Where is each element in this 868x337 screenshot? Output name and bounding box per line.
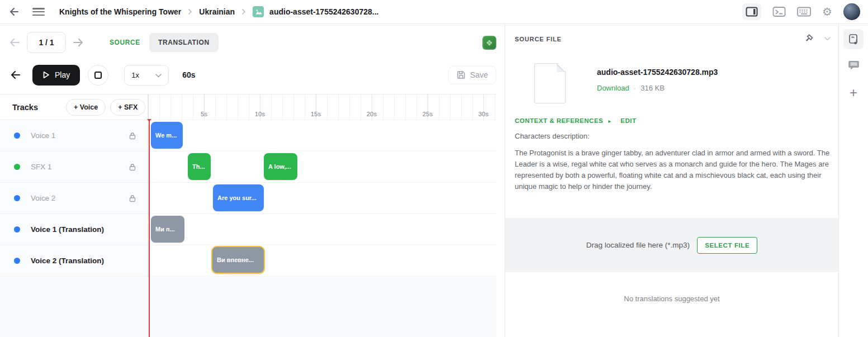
timeline: Tracks + Voice + SFX Voice 1 SFX 1 [0,94,496,337]
back-arrow-icon[interactable] [8,6,19,17]
separator-dot: · [634,84,636,92]
audio-clip[interactable]: A low,... [264,153,297,180]
chevron-right-icon [187,8,193,15]
audio-file-tab-icon[interactable] [843,29,864,49]
tab-source[interactable]: SOURCE [104,34,146,51]
editor-toolbar: 1 / 1 SOURCE TRANSLATION [0,29,496,56]
audio-editor-panel: 1 / 1 SOURCE TRANSLATION Play 1x [0,24,505,337]
top-bar: Knights of the Whispering Tower Ukrainia… [0,0,868,24]
download-link[interactable]: Download [597,84,629,92]
keyboard-icon[interactable] [797,7,811,17]
duration-label: 60s [182,70,195,79]
track-name: Voice 2 [31,194,55,202]
page-indicator: 1 / 1 [27,32,66,53]
track-row-voice-2-translation[interactable]: Voice 2 (Translation) [0,245,148,277]
grid-row[interactable] [148,183,496,214]
dropzone-hint: Drag localized file here (*.mp3) [586,241,690,249]
ruler-tick-label: 30s [472,111,495,117]
plugin-badge-icon[interactable] [482,36,496,50]
track-row-voice-2[interactable]: Voice 2 [0,183,148,214]
menu-icon[interactable] [32,8,45,16]
play-button[interactable]: Play [32,65,80,86]
timeline-ruler[interactable]: 5s 10s 15s 20s 25s 30s [148,94,496,120]
file-document-icon [534,63,566,103]
user-avatar[interactable] [843,3,860,20]
characters-description-text: The Protagonist is a brave ginger tabby,… [515,148,831,192]
pin-icon[interactable] [805,34,814,44]
previous-page-arrow-icon[interactable] [9,37,20,48]
track-name: SFX 1 [31,163,52,171]
breadcrumb-project[interactable]: Knights of the Whispering Tower [59,7,181,16]
breadcrumb-asset[interactable]: audio-asset-1755242630728... [269,7,378,16]
track-row-voice-1[interactable]: Voice 1 [0,120,148,151]
localized-file-dropzone[interactable]: Drag localized file here (*.mp3) SELECT … [505,218,838,272]
add-panel-icon[interactable]: + [843,83,864,103]
play-icon [42,71,50,79]
save-button[interactable]: Save [448,66,496,84]
track-name: Voice 1 (Translation) [31,225,104,234]
audio-clip[interactable]: Th... [188,153,211,180]
file-size: 316 KB [641,84,665,92]
rewind-arrow-icon[interactable] [10,70,21,80]
audio-clip[interactable]: Ми п... [151,216,184,243]
lock-icon[interactable] [129,163,136,171]
layout-toggle-icon[interactable] [742,3,761,20]
track-color-dot [14,258,20,264]
ruler-tick-label: 15s [305,111,327,117]
play-button-label: Play [55,70,70,79]
chevron-right-icon [240,8,247,15]
topbar-actions: ⚙ [742,3,860,20]
playhead-marker-icon [147,119,151,122]
add-voice-button[interactable]: + Voice [66,99,106,116]
track-color-dot [14,164,20,170]
lock-icon[interactable] [129,194,136,202]
source-file-panel: SOURCE FILE audio-asset-1755242630728.mp… [505,24,838,337]
app-window: Knights of the Whispering Tower Ukrainia… [0,0,868,337]
inspector-header: SOURCE FILE [515,34,831,44]
grid-row[interactable] [148,214,496,245]
settings-gear-icon[interactable]: ⚙ [822,6,832,17]
chevron-down-icon[interactable] [824,37,831,41]
characters-description-label: Characters description: [515,132,590,140]
comments-icon[interactable] [843,55,864,75]
edit-link[interactable]: EDIT [620,117,636,124]
grid-row[interactable] [148,245,496,277]
stop-icon [94,72,102,79]
track-row-sfx-1[interactable]: SFX 1 [0,151,148,183]
track-row-voice-1-translation[interactable]: Voice 1 (Translation) [0,214,148,245]
breadcrumb-language[interactable]: Ukrainian [199,7,235,16]
breadcrumb: Knights of the Whispering Tower Ukrainia… [59,6,378,17]
context-references-link[interactable]: CONTEXT & REFERENCES [515,117,603,124]
save-icon [457,70,466,79]
audio-clip[interactable]: We m... [151,122,183,149]
stop-button[interactable] [88,65,108,86]
chevron-down-icon [155,71,162,79]
context-references-header: CONTEXT & REFERENCES ▸ EDIT [515,117,636,124]
track-name: Voice 2 (Translation) [31,257,104,265]
track-list-header: Tracks + Voice + SFX [0,94,148,120]
audio-clip[interactable]: Are you sur... [213,184,264,211]
ruler-tick-label: 5s [193,111,215,117]
grid-row[interactable] [148,120,496,151]
add-sfx-button[interactable]: + SFX [110,99,145,116]
source-file-row: audio-asset-1755242630728.mp3 Download ·… [534,63,718,103]
right-icon-rail: + [838,24,868,337]
track-color-dot [14,132,20,139]
ruler-tick-label: 25s [416,111,439,117]
audio-clip-selected[interactable]: Ви впевне... [211,246,265,274]
playback-speed-value: 1x [131,71,139,79]
image-asset-icon [253,6,264,17]
tracks-title: Tracks [12,103,38,112]
playhead[interactable] [149,119,150,337]
terminal-icon[interactable] [772,6,786,17]
ruler-tick-label: 20s [361,111,383,117]
chevron-right-icon: ▸ [608,118,611,124]
next-page-arrow-icon[interactable] [73,37,84,48]
timeline-empty-area [0,277,496,337]
select-file-button[interactable]: SELECT FILE [697,237,757,254]
tab-translation[interactable]: TRANSLATION [149,33,219,52]
track-name: Voice 1 [31,131,55,140]
save-button-label: Save [470,70,488,79]
lock-icon[interactable] [129,132,136,140]
playback-speed-select[interactable]: 1x [124,65,169,86]
